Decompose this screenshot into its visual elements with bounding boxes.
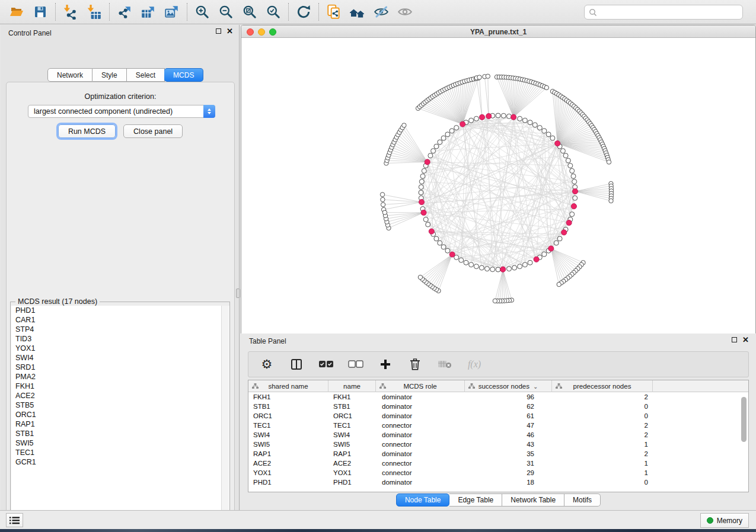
select-all-button[interactable] bbox=[318, 357, 334, 372]
table-row[interactable]: YOX1YOX1connector291 bbox=[248, 468, 748, 477]
mcds-result-item[interactable]: STP4 bbox=[11, 325, 229, 334]
control-panel-title: Control Panel bbox=[8, 29, 52, 37]
criterion-dropdown[interactable]: largest connected component (undirected) bbox=[28, 105, 215, 118]
function-builder-button[interactable]: f(x) bbox=[467, 357, 482, 372]
tab-motifs[interactable]: Motifs bbox=[564, 493, 601, 507]
mcds-result-item[interactable]: ORC1 bbox=[11, 410, 229, 419]
cell-predecessor-nodes: 0 bbox=[552, 411, 653, 421]
column-header-shared-name[interactable]: shared name bbox=[248, 380, 328, 392]
search-input[interactable] bbox=[600, 7, 742, 18]
cell-name: SWI5 bbox=[328, 440, 376, 449]
table-row[interactable]: SWI4SWI4dominator462 bbox=[248, 430, 748, 440]
tab-edge-table[interactable]: Edge Table bbox=[449, 493, 502, 507]
memory-button[interactable]: Memory bbox=[700, 513, 749, 528]
cell-name: ACE2 bbox=[328, 459, 376, 468]
add-column-button[interactable] bbox=[378, 357, 393, 372]
mcds-result-item[interactable]: YOX1 bbox=[11, 344, 229, 353]
table-scrollbar-thumb[interactable] bbox=[741, 397, 747, 442]
zoom-out-button[interactable] bbox=[214, 2, 238, 22]
export-table-button[interactable] bbox=[136, 2, 160, 22]
cell-shared-name: FKH1 bbox=[248, 392, 328, 402]
cytoscape-window: Control Panel ✕ NetworkStyleSelectMCDS O… bbox=[0, 0, 756, 529]
mcds-result-item[interactable]: STB1 bbox=[11, 429, 229, 438]
deselect-all-button[interactable] bbox=[348, 357, 363, 372]
table-row[interactable]: RAP1RAP1dominator352 bbox=[248, 449, 748, 459]
table-settings-button[interactable]: ⚙ bbox=[259, 357, 275, 372]
table-row[interactable]: SWI5SWI5connector431 bbox=[248, 440, 748, 449]
close-panel-button[interactable]: Close panel bbox=[123, 124, 183, 138]
cell-predecessor-nodes: 2 bbox=[552, 430, 653, 440]
tab-network[interactable]: Network bbox=[47, 68, 92, 82]
mcds-result-item[interactable]: CAR1 bbox=[11, 315, 229, 325]
open-file-button[interactable] bbox=[5, 2, 28, 22]
float-panel-icon[interactable] bbox=[216, 28, 221, 34]
mcds-result-item[interactable]: PMA2 bbox=[11, 372, 229, 382]
zoom-out-icon bbox=[218, 4, 234, 20]
table-row[interactable]: TEC1TEC1connector472 bbox=[248, 421, 748, 430]
close-panel-icon[interactable]: ✕ bbox=[227, 28, 233, 34]
tab-network-table[interactable]: Network Table bbox=[502, 493, 564, 507]
mcds-result-item[interactable]: FKH1 bbox=[11, 382, 229, 391]
mcds-result-item[interactable]: SWI4 bbox=[11, 353, 229, 363]
column-header-predecessor-nodes[interactable]: predecessor nodes bbox=[552, 380, 653, 392]
clone-network-button[interactable] bbox=[322, 2, 346, 22]
cell-successor-nodes: 18 bbox=[465, 477, 552, 487]
network-window: YPA_prune.txt_1 bbox=[241, 25, 756, 334]
toolbar-separator bbox=[288, 3, 289, 21]
mcds-result-item[interactable]: STB5 bbox=[11, 400, 229, 410]
cell-MCDS-role: dominator bbox=[376, 449, 465, 459]
table-row[interactable]: ACE2ACE2connector311 bbox=[248, 459, 748, 468]
zoom-selected-button[interactable] bbox=[261, 2, 285, 22]
tab-mcds[interactable]: MCDS bbox=[164, 68, 203, 82]
import-table-button[interactable] bbox=[82, 2, 106, 22]
mcds-result-item[interactable]: SRD1 bbox=[11, 363, 229, 372]
export-image-button[interactable] bbox=[160, 2, 184, 22]
refresh-view-button[interactable] bbox=[292, 2, 315, 22]
tab-select[interactable]: Select bbox=[127, 68, 165, 82]
table-scrollbar[interactable] bbox=[741, 396, 747, 491]
zoom-in-button[interactable] bbox=[190, 2, 214, 22]
zoom-fit-button[interactable] bbox=[238, 2, 261, 22]
mcds-result-item[interactable]: TEC1 bbox=[11, 448, 229, 457]
first-neighbors-button[interactable] bbox=[346, 2, 369, 22]
show-columns-button[interactable] bbox=[289, 357, 304, 372]
mcds-result-item[interactable]: RAP1 bbox=[11, 419, 229, 429]
task-history-button[interactable] bbox=[6, 513, 23, 527]
mcds-result-item[interactable]: PHD1 bbox=[11, 306, 229, 315]
tab-node-table[interactable]: Node Table bbox=[396, 493, 450, 507]
import-network-button[interactable] bbox=[59, 2, 82, 22]
toolbar-separator bbox=[55, 3, 56, 21]
cell-shared-name: ORC1 bbox=[248, 411, 328, 421]
cell-name: SWI4 bbox=[328, 430, 376, 440]
save-session-button[interactable] bbox=[28, 2, 52, 22]
table-row[interactable]: PHD1PHD1dominator180 bbox=[248, 477, 748, 487]
mcds-result-item[interactable]: GCR1 bbox=[11, 457, 229, 467]
dropdown-stepper-icon bbox=[203, 105, 215, 118]
export-network-button[interactable] bbox=[113, 2, 136, 22]
float-table-panel-icon[interactable] bbox=[732, 337, 737, 342]
column-header-name[interactable]: name bbox=[328, 380, 376, 392]
mcds-result-item[interactable]: SWI5 bbox=[11, 438, 229, 448]
tab-style[interactable]: Style bbox=[92, 68, 127, 82]
show-all-button[interactable] bbox=[393, 2, 417, 22]
optimization-criterion-label: Optimization criterion: bbox=[7, 92, 234, 101]
network-window-titlebar[interactable]: YPA_prune.txt_1 bbox=[241, 25, 755, 38]
delete-table-button[interactable] bbox=[437, 357, 452, 372]
table-row[interactable]: ORC1ORC1dominator610 bbox=[248, 411, 748, 421]
cell-name: TEC1 bbox=[328, 421, 376, 430]
panel-divider-handle[interactable] bbox=[236, 289, 240, 298]
close-table-panel-icon[interactable]: ✕ bbox=[742, 336, 749, 343]
mcds-result-item[interactable]: TID3 bbox=[11, 334, 229, 344]
table-row[interactable]: STB1STB1dominator620 bbox=[248, 402, 748, 411]
table-row[interactable]: FKH1FKH1dominator962 bbox=[248, 392, 748, 402]
hide-selected-button[interactable] bbox=[369, 2, 393, 22]
cell-MCDS-role: dominator bbox=[376, 392, 465, 402]
column-header-successor-nodes[interactable]: successor nodes⌄ bbox=[465, 380, 552, 392]
mcds-result-item[interactable]: ACE2 bbox=[11, 391, 229, 400]
cell-successor-nodes: 43 bbox=[465, 440, 552, 449]
delete-column-button[interactable] bbox=[407, 357, 423, 372]
run-mcds-button[interactable]: Run MCDS bbox=[58, 124, 116, 138]
column-header-MCDS-role[interactable]: MCDS role bbox=[376, 380, 465, 392]
result-list-scrollbar[interactable] bbox=[221, 306, 229, 521]
network-canvas[interactable] bbox=[241, 38, 755, 334]
